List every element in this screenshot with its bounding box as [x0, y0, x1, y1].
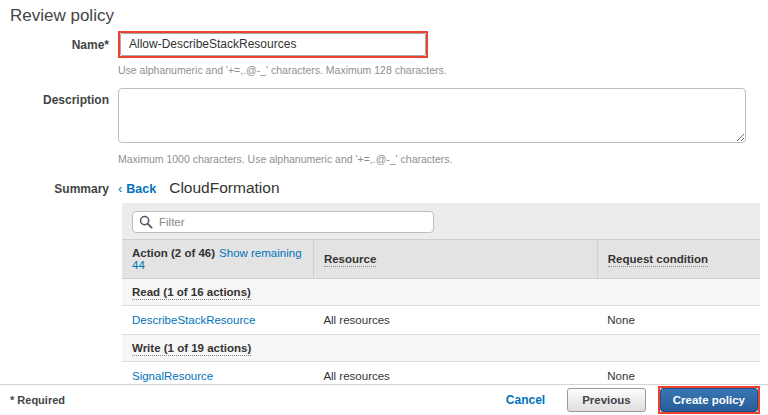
signal-resource-link[interactable]: SignalResource	[132, 370, 213, 382]
description-label: Description	[0, 88, 118, 165]
page-title: Review policy	[10, 6, 114, 26]
name-annotation-highlight	[118, 31, 428, 58]
footer-action-bar: * Required Cancel Previous Create policy	[0, 384, 768, 415]
required-note: * Required	[10, 394, 65, 406]
request-condition-column-header: Request condition	[608, 253, 708, 267]
back-link[interactable]: ‹Back	[118, 181, 156, 196]
create-policy-button[interactable]: Create policy	[660, 388, 758, 412]
filter-input[interactable]	[132, 211, 434, 233]
back-link-label: Back	[126, 182, 156, 196]
action-column-header: Action (2 of 46)	[132, 247, 215, 259]
read-group-label: Read (1 of 16 actions)	[132, 286, 251, 300]
table-header-row: Action (2 of 46)Show remaining 44 Resour…	[122, 240, 760, 279]
description-help-text: Maximum 1000 characters. Use alphanumeri…	[118, 153, 746, 165]
resource-cell: All resources	[313, 306, 597, 335]
policy-summary-panel: Action (2 of 46)Show remaining 44 Resour…	[122, 203, 760, 372]
chevron-left-icon: ‹	[118, 181, 122, 196]
policy-name-input[interactable]	[120, 33, 426, 56]
write-group-label: Write (1 of 19 actions)	[132, 342, 251, 356]
previous-button[interactable]: Previous	[567, 388, 646, 412]
service-name: CloudFormation	[169, 179, 279, 197]
cancel-link[interactable]: Cancel	[506, 393, 545, 407]
resource-column-header: Resource	[324, 253, 376, 267]
policy-description-textarea[interactable]	[118, 88, 746, 143]
name-label: Name*	[0, 31, 118, 76]
description-field-row: Description Maximum 1000 characters. Use…	[0, 88, 746, 165]
name-help-text: Use alphanumeric and '+=,.@-_' character…	[118, 64, 447, 76]
condition-cell: None	[597, 306, 760, 335]
table-row: DescribeStackResource All resources None	[122, 306, 760, 335]
review-policy-page: Review policy Name* Use alphanumeric and…	[0, 0, 768, 415]
summary-row: Summary ‹Back CloudFormation	[0, 179, 280, 197]
name-field-row: Name* Use alphanumeric and '+=,.@-_' cha…	[0, 31, 447, 76]
summary-label: Summary	[0, 179, 118, 197]
create-policy-annotation-highlight: Create policy	[658, 386, 760, 414]
describe-stack-resource-link[interactable]: DescribeStackResource	[132, 314, 255, 326]
write-group-row: Write (1 of 19 actions)	[122, 335, 760, 362]
read-group-row: Read (1 of 16 actions)	[122, 279, 760, 306]
policy-summary-table: Action (2 of 46)Show remaining 44 Resour…	[122, 239, 760, 391]
